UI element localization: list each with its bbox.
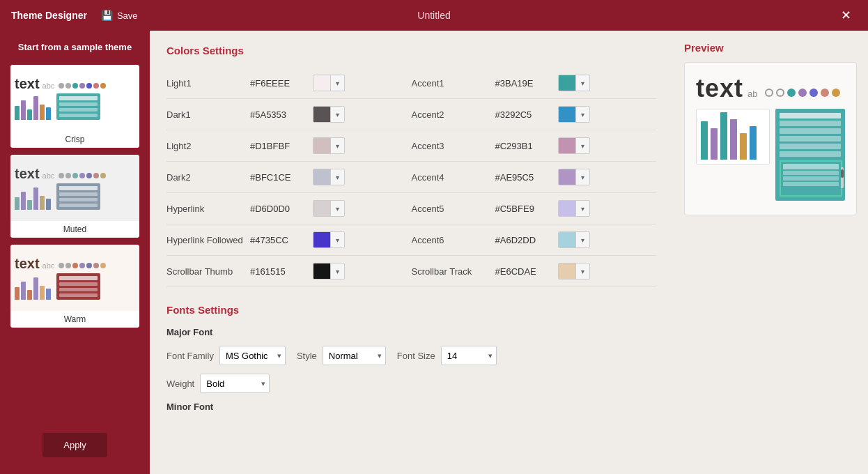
- hyperlink-swatch-button[interactable]: ▾: [313, 200, 345, 217]
- color-row-light1: Light1 #F6EEEE ▾: [166, 68, 412, 99]
- weight-field: Weight Bold Normal Light Extra Bold: [166, 374, 270, 393]
- accent3-dropdown-arrow: ▾: [575, 137, 589, 154]
- preview-bar-1: [701, 121, 708, 160]
- preview-text-row: text ab: [696, 74, 845, 103]
- save-button[interactable]: 💾 Save: [95, 7, 144, 24]
- weight-select[interactable]: Bold Normal Light Extra Bold: [200, 374, 270, 393]
- light2-swatch-button[interactable]: ▾: [313, 137, 345, 154]
- hyperlink-followed-swatch-button[interactable]: ▾: [313, 231, 345, 248]
- style-select[interactable]: Normal Bold Italic Bold Italic: [323, 346, 386, 365]
- accent2-dropdown-arrow: ▾: [575, 106, 589, 123]
- accent4-swatch-button[interactable]: ▾: [558, 169, 590, 185]
- accent4-swatch: [559, 169, 575, 185]
- preview-dot-accent1: [787, 89, 796, 97]
- color-row-accent5: Accent5 #C5BFE9 ▾: [412, 193, 657, 224]
- preview-bar-6: [750, 126, 757, 160]
- color-row-accent4: Accent4 #AE95C5 ▾: [412, 162, 657, 193]
- scrollbar-track-swatch-button[interactable]: ▾: [558, 263, 590, 280]
- scrollbar-thumb-dropdown-arrow: ▾: [330, 263, 344, 280]
- accent5-value: #C5BFE9: [495, 204, 558, 214]
- accent2-swatch-button[interactable]: ▾: [558, 106, 590, 123]
- hyperlink-followed-swatch: [313, 231, 330, 248]
- preview-bar-3: [720, 112, 727, 160]
- scrollbar-thumb-swatch-button[interactable]: ▾: [313, 263, 345, 280]
- accent3-value: #C293B1: [495, 141, 558, 151]
- preview-bar-5: [740, 133, 747, 160]
- save-label: Save: [117, 10, 138, 21]
- fonts-section-title: Fonts Settings: [166, 304, 656, 316]
- color-grid: Light1 #F6EEEE ▾ Dark1 #5A5353: [166, 68, 656, 287]
- preview-scrollbar: [841, 167, 844, 188]
- style-select-wrapper[interactable]: Normal Bold Italic Bold Italic: [323, 346, 386, 365]
- font-size-label: Font Size: [397, 351, 435, 361]
- preview-dot-accent3: [809, 89, 818, 97]
- theme-card-crisp[interactable]: text abc: [10, 65, 139, 148]
- color-row-hyperlink: Hyperlink #D6D0D0 ▾: [166, 193, 412, 224]
- preview-bar-2: [711, 128, 718, 160]
- accent3-swatch-button[interactable]: ▾: [558, 137, 590, 154]
- hyperlink-value: #D6D0D0: [250, 204, 313, 214]
- accent6-swatch-button[interactable]: ▾: [558, 231, 590, 248]
- weight-select-wrapper[interactable]: Bold Normal Light Extra Bold: [200, 374, 270, 393]
- preview-chart-area: [696, 109, 845, 201]
- light1-label: Light1: [166, 78, 250, 89]
- preview-table-row-4: [780, 144, 841, 149]
- style-field: Style Normal Bold Italic Bold Italic: [297, 346, 386, 365]
- hyperlink-followed-label: Hyperlink Followed: [166, 235, 250, 245]
- dark1-swatch-button[interactable]: ▾: [313, 106, 345, 123]
- scrollbar-thumb-swatch: [313, 263, 330, 280]
- color-right-col: Accent1 #3BA19E ▾ Accent2 #3292C5: [412, 68, 657, 287]
- preview-panel: Preview text ab: [673, 31, 868, 474]
- major-font-title: Major Font: [166, 327, 656, 337]
- color-row-hyperlink-followed: Hyperlink Followed #4735CC ▾: [166, 224, 412, 256]
- light1-swatch-button[interactable]: ▾: [313, 75, 345, 91]
- accent6-dropdown-arrow: ▾: [575, 231, 589, 248]
- dark2-swatch-button[interactable]: ▾: [313, 169, 345, 185]
- accent5-dropdown-arrow: ▾: [575, 200, 589, 217]
- font-size-select-wrapper[interactable]: 14 10 12 16 18: [441, 346, 497, 365]
- save-icon: 💾: [101, 10, 113, 21]
- document-title: Untitled: [417, 10, 450, 21]
- light2-dropdown-arrow: ▾: [330, 137, 344, 154]
- dark2-value: #BFC1CE: [250, 172, 313, 183]
- font-family-select[interactable]: MS Gothic: [219, 346, 286, 365]
- accent6-value: #A6D2DD: [495, 235, 558, 245]
- accent6-swatch: [559, 231, 575, 248]
- accent5-swatch: [559, 200, 575, 217]
- app-title: Theme Designer: [11, 10, 87, 21]
- preview-dot-outline1: [765, 89, 773, 97]
- font-family-select-wrapper[interactable]: MS Gothic: [219, 346, 286, 365]
- accent4-dropdown-arrow: ▾: [575, 169, 589, 185]
- color-left-col: Light1 #F6EEEE ▾ Dark1 #5A5353: [166, 68, 412, 287]
- color-row-accent6: Accent6 #A6D2DD ▾: [412, 224, 657, 256]
- warm-preview: text abc: [10, 245, 139, 311]
- hyperlink-followed-value: #4735CC: [250, 235, 313, 245]
- style-label: Style: [297, 351, 317, 361]
- warm-label: Warm: [10, 311, 139, 328]
- color-row-accent2: Accent2 #3292C5 ▾: [412, 99, 657, 130]
- preview-title: Preview: [684, 42, 857, 54]
- apply-button[interactable]: Apply: [42, 433, 107, 457]
- light1-value: #F6EEEE: [250, 78, 313, 89]
- preview-table-row-3: [780, 136, 841, 142]
- accent1-swatch-button[interactable]: ▾: [558, 75, 590, 91]
- font-size-select[interactable]: 14 10 12 16 18: [441, 346, 497, 365]
- accent3-swatch: [559, 137, 575, 154]
- accent5-swatch-button[interactable]: ▾: [558, 200, 590, 217]
- scrollbar-track-swatch: [559, 263, 575, 280]
- major-font-row2: Weight Bold Normal Light Extra Bold: [166, 374, 656, 393]
- theme-card-muted[interactable]: text abc: [10, 155, 139, 238]
- hyperlink-dropdown-arrow: ▾: [330, 200, 344, 217]
- colors-section-title: Colors Settings: [166, 45, 656, 56]
- sidebar-heading: Start from a sample theme: [18, 42, 132, 52]
- accent4-value: #AE95C5: [495, 172, 558, 183]
- preview-table-row-2: [780, 128, 841, 134]
- close-button[interactable]: ✕: [835, 5, 857, 26]
- preview-table-row-5: [780, 151, 841, 157]
- major-font-row1: Font Family MS Gothic Style: [166, 346, 656, 365]
- font-family-label: Font Family: [166, 351, 214, 361]
- theme-card-warm[interactable]: text abc: [10, 245, 139, 328]
- scrollbar-track-label: Scrollbar Track: [412, 266, 495, 277]
- preview-chart: [696, 109, 770, 165]
- light2-value: #D1BFBF: [250, 141, 313, 151]
